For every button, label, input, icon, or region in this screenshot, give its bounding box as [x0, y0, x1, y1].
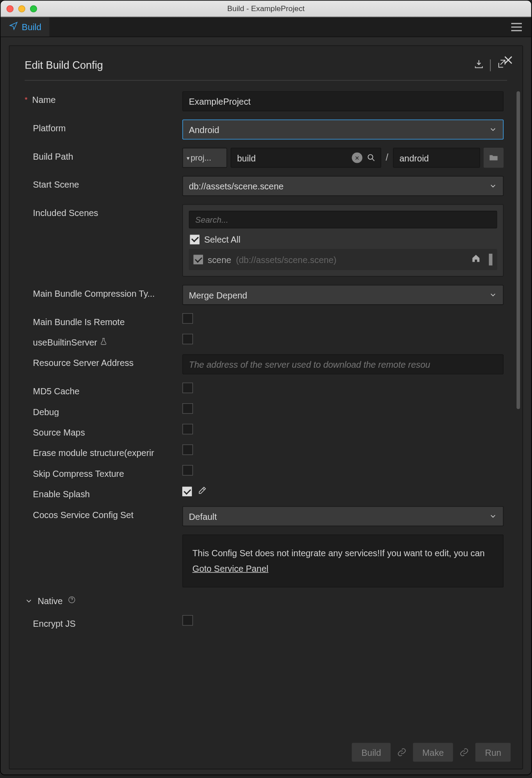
menu-icon[interactable] — [511, 20, 525, 34]
chevron-down-icon — [25, 597, 33, 605]
chevron-down-icon — [489, 291, 497, 299]
clear-icon[interactable] — [352, 153, 362, 163]
name-input[interactable] — [182, 91, 504, 111]
scrollbar[interactable] — [516, 91, 520, 409]
scene-name: scene — [207, 255, 231, 265]
scene-path: (db://assets/scene.scene) — [236, 255, 336, 265]
native-section-header[interactable]: Native — [25, 596, 518, 606]
start-scene-value: db://assets/scene.scene — [189, 181, 284, 191]
config-set-note: This Config Set does not integrate any s… — [182, 534, 504, 587]
scene-checkbox[interactable] — [194, 255, 203, 264]
included-scenes-box: Select All scene (db://assets/scene.scen… — [182, 204, 504, 276]
note-text: This Config Set does not integrate any s… — [192, 548, 485, 558]
panel-header: Edit Build Config — [9, 46, 522, 80]
path-prefix-value: proj... — [191, 153, 211, 162]
label-main-bundle-remote: Main Bundle Is Remote — [33, 317, 125, 327]
compression-type-value: Merge Depend — [189, 290, 247, 300]
label-skip-compress: Skip Compress Texture — [33, 468, 124, 479]
make-button[interactable]: Make — [413, 743, 453, 762]
chevron-down-icon — [489, 126, 497, 134]
build-window: Build - ExampleProject Build Edit Build … — [0, 0, 532, 775]
edit-icon[interactable] — [198, 486, 207, 498]
search-icon[interactable] — [366, 153, 376, 163]
enable-splash-checkbox[interactable] — [182, 487, 192, 496]
label-start-scene: Start Scene — [33, 180, 79, 190]
compression-type-select[interactable]: Merge Depend — [182, 285, 504, 305]
label-debug: Debug — [33, 407, 59, 417]
path-separator: / — [384, 153, 389, 163]
resource-server-input[interactable] — [182, 354, 504, 374]
link-icon[interactable] — [395, 746, 408, 758]
label-name: Name — [32, 95, 56, 105]
select-all-label: Select All — [204, 234, 240, 244]
window-title: Build - ExampleProject — [0, 4, 531, 13]
close-icon[interactable] — [502, 54, 514, 68]
label-included-scenes: Included Scenes — [33, 208, 98, 218]
folder-icon[interactable] — [484, 148, 504, 168]
scene-search-input[interactable] — [189, 211, 497, 228]
encrypt-js-checkbox[interactable] — [182, 615, 193, 626]
label-platform: Platform — [33, 123, 66, 133]
panel-title: Edit Build Config — [25, 59, 103, 71]
source-maps-checkbox[interactable] — [182, 424, 193, 434]
platform-select[interactable]: Android — [182, 119, 504, 139]
form: *Name Platform Android Build Path — [9, 81, 522, 711]
label-use-builtin-server: useBuiltinServer — [33, 337, 97, 347]
required-marker: * — [25, 96, 27, 104]
label-build-path: Build Path — [33, 151, 73, 161]
flask-icon — [100, 337, 108, 347]
label-encrypt-js: Encrypt JS — [33, 619, 75, 629]
platform-value: Android — [189, 125, 219, 135]
main-bundle-remote-checkbox[interactable] — [182, 313, 193, 324]
drag-handle-icon[interactable] — [489, 254, 493, 266]
tab-bar: Build — [0, 17, 531, 37]
import-icon[interactable] — [473, 59, 484, 72]
home-icon[interactable] — [471, 254, 481, 266]
debug-checkbox[interactable] — [182, 403, 193, 414]
path-prefix-select[interactable]: ▾ proj... — [182, 148, 227, 168]
build-path-row: ▾ proj... / — [182, 148, 504, 168]
md5-cache-checkbox[interactable] — [182, 383, 193, 393]
tab-build[interactable]: Build — [0, 17, 50, 36]
scene-list-item[interactable]: scene (db://assets/scene.scene) — [189, 249, 497, 270]
footer-actions: Build Make Run — [352, 743, 511, 762]
build-subpath-input[interactable] — [393, 148, 480, 168]
separator — [490, 59, 490, 71]
label-md5-cache: MD5 Cache — [33, 386, 79, 397]
chevron-down-icon: ▾ — [187, 154, 190, 161]
start-scene-select[interactable]: db://assets/scene.scene — [182, 176, 504, 196]
select-all-checkbox[interactable] — [190, 235, 200, 244]
label-enable-splash: Enable Splash — [33, 489, 90, 499]
paper-plane-icon — [9, 21, 18, 32]
label-cocos-service-config: Cocos Service Config Set — [33, 510, 133, 520]
label-erase-module: Erase module structure(experir — [33, 448, 154, 458]
skip-compress-checkbox[interactable] — [182, 465, 193, 475]
chevron-down-icon — [489, 512, 497, 520]
native-section-label: Native — [38, 596, 63, 606]
chevron-down-icon — [489, 182, 497, 190]
label-source-maps: Source Maps — [33, 427, 85, 437]
link-icon[interactable] — [458, 746, 471, 758]
erase-module-checkbox[interactable] — [182, 444, 193, 455]
titlebar[interactable]: Build - ExampleProject — [0, 0, 531, 17]
goto-service-panel-link[interactable]: Goto Service Panel — [192, 563, 269, 573]
tab-label: Build — [22, 22, 41, 32]
cocos-config-select[interactable]: Default — [182, 506, 504, 526]
build-config-panel: Edit Build Config *Name Platform — [9, 45, 523, 769]
label-main-bundle-compression: Main Bundle Compression Ty... — [33, 288, 155, 299]
svg-point-0 — [368, 155, 373, 160]
run-button[interactable]: Run — [476, 743, 511, 762]
use-builtin-server-checkbox[interactable] — [182, 334, 193, 344]
help-icon[interactable] — [67, 596, 76, 606]
select-all-row[interactable]: Select All — [190, 234, 497, 244]
cocos-config-value: Default — [189, 511, 217, 521]
label-resource-server: Resource Server Address — [33, 358, 133, 368]
build-button[interactable]: Build — [352, 743, 391, 762]
